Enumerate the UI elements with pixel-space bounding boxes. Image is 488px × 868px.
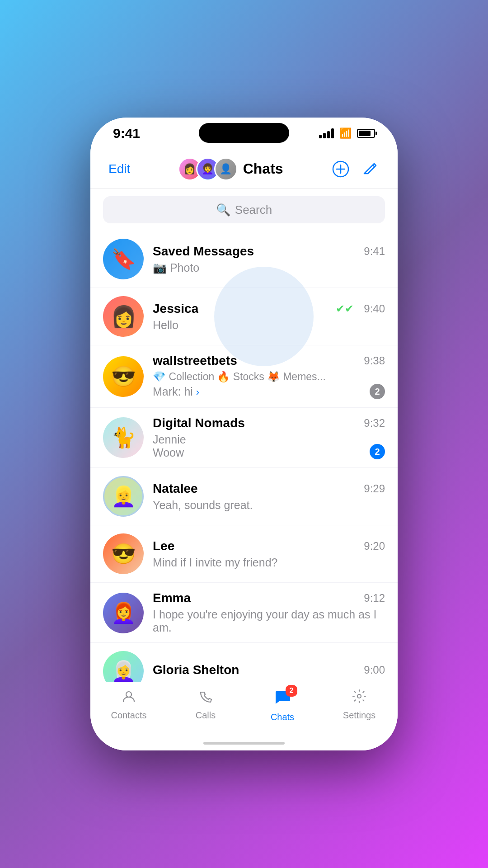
search-placeholder: Search <box>235 203 272 217</box>
chat-preview-emma: I hope you're enjoying your day as much … <box>153 608 385 634</box>
folder-stocks: 🔥 Stocks <box>217 371 264 383</box>
chat-preview-wsb2: Mark: hi › <box>153 385 365 398</box>
compose-button[interactable] <box>360 159 380 179</box>
chat-name-emma: Emma <box>153 591 191 605</box>
chat-preview-saved: 📷 Photo <box>153 261 385 274</box>
chat-time-gloria: 9:00 <box>364 664 385 676</box>
chat-time-lee: 9:20 <box>364 540 385 552</box>
calls-icon <box>198 689 213 708</box>
avatar-saved: 🔖 <box>103 239 144 279</box>
chat-content-lee: Lee 9:20 Mind if I invite my friend? <box>153 539 385 569</box>
chat-item-lee[interactable]: 😎 Lee 9:20 Mind if I invite my friend? <box>90 525 398 583</box>
chat-preview-jessica: Hello <box>153 319 385 332</box>
tab-settings[interactable]: Settings <box>330 689 389 721</box>
wifi-icon: 📶 <box>339 127 352 139</box>
contacts-icon <box>121 689 136 708</box>
chat-name-saved: Saved Messages <box>153 244 254 259</box>
chat-time-natalee: 9:29 <box>364 482 385 495</box>
chat-preview-natalee: Yeah, sounds great. <box>153 499 385 512</box>
home-indicator <box>90 736 398 750</box>
chat-content-jessica: Jessica ✔✔ 9:40 Hello <box>153 302 385 332</box>
chat-content-nomads: Digital Nomads 9:32 Jennie Woow 2 <box>153 416 385 459</box>
chat-item-saved[interactable]: 🔖 Saved Messages 9:41 📷 Photo <box>90 231 398 288</box>
signal-icon <box>319 128 334 138</box>
tab-chats-label: Chats <box>271 712 294 722</box>
chat-name-wsb: wallstreetbets <box>153 354 237 368</box>
chat-item-wsb[interactable]: 😎 wallstreetbets 9:38 💎 Collection 🔥 Sto… <box>90 345 398 408</box>
chat-item-nomads[interactable]: 🐈 Digital Nomads 9:32 Jennie Woow 2 <box>90 408 398 468</box>
tab-bar: Contacts Calls 2 Chats <box>90 682 398 736</box>
double-check-icon: ✔✔ <box>336 302 354 315</box>
avatar-lee: 😎 <box>103 533 144 574</box>
nav-bar: Edit 👩 👩‍🦱 👤 Chats <box>90 149 398 189</box>
tab-contacts-label: Contacts <box>111 710 147 721</box>
chat-time-emma: 9:12 <box>364 592 385 604</box>
chat-content-wsb: wallstreetbets 9:38 💎 Collection 🔥 Stock… <box>153 354 385 399</box>
avatar-gloria: 👩‍🦳 <box>103 651 144 682</box>
chat-list: 🔖 Saved Messages 9:41 📷 Photo 👩 Jessica <box>90 231 398 682</box>
avatar-wsb: 😎 <box>103 356 144 397</box>
status-icons: 📶 <box>319 127 375 139</box>
chat-name-lee: Lee <box>153 539 174 553</box>
phone-shell: 9:41 📶 Edit 👩 👩‍🦱 <box>90 118 398 750</box>
avatar-natalee: 👱‍♀️ <box>103 476 144 517</box>
nav-center: 👩 👩‍🦱 👤 Chats <box>178 157 283 181</box>
badge-nomads: 2 <box>370 444 385 459</box>
tab-contacts[interactable]: Contacts <box>99 689 158 721</box>
chat-name-jessica: Jessica <box>153 302 198 316</box>
badge-wsb: 2 <box>370 384 385 399</box>
chat-name-natalee: Natalee <box>153 481 198 496</box>
tab-chats[interactable]: 2 Chats <box>253 689 312 722</box>
battery-icon <box>357 129 375 138</box>
chat-time-nomads: 9:32 <box>364 417 385 429</box>
chat-item-jessica[interactable]: 👩 Jessica ✔✔ 9:40 Hello <box>90 288 398 345</box>
chat-preview-nomads2: Woow <box>153 446 186 459</box>
tab-settings-label: Settings <box>343 710 375 721</box>
avatar-nomads: 🐈 <box>103 417 144 458</box>
folder-memes: 🦊 Memes... <box>267 371 326 383</box>
folder-collection: 💎 Collection <box>153 371 214 383</box>
tab-calls[interactable]: Calls <box>176 689 235 721</box>
avatar-emma: 👩‍🦰 <box>103 593 144 633</box>
story-avatars[interactable]: 👩 👩‍🦱 👤 <box>178 157 238 181</box>
add-chat-button[interactable] <box>331 159 351 179</box>
settings-icon <box>352 689 367 708</box>
edit-button[interactable]: Edit <box>108 162 130 176</box>
chat-content-saved: Saved Messages 9:41 📷 Photo <box>153 244 385 274</box>
svg-point-3 <box>126 692 131 697</box>
avatar-jessica: 👩 <box>103 296 144 337</box>
chat-time-saved: 9:41 <box>364 245 385 258</box>
chat-time-wsb: 9:38 <box>364 354 385 367</box>
status-time: 9:41 <box>113 126 140 141</box>
chat-preview-lee: Mind if I invite my friend? <box>153 556 385 569</box>
chat-name-gloria: Gloria Shelton <box>153 663 239 677</box>
home-bar <box>203 742 285 745</box>
chat-time-jessica: 9:40 <box>364 302 385 315</box>
bookmark-icon: 🔖 <box>111 247 136 271</box>
chat-content-emma: Emma 9:12 I hope you're enjoying your da… <box>153 591 385 634</box>
page-title: Chats <box>243 160 283 177</box>
search-icon: 🔍 <box>216 203 230 217</box>
svg-point-4 <box>357 694 361 698</box>
chats-icon: 2 <box>274 689 291 709</box>
chat-item-gloria[interactable]: 👩‍🦳 Gloria Shelton 9:00 <box>90 643 398 682</box>
chat-name-nomads: Digital Nomads <box>153 416 245 430</box>
nav-actions <box>331 159 380 179</box>
chat-content-gloria: Gloria Shelton 9:00 <box>153 663 385 680</box>
chat-content-natalee: Natalee 9:29 Yeah, sounds great. <box>153 481 385 512</box>
search-bar-wrap: 🔍 Search <box>90 189 398 231</box>
dynamic-island <box>199 123 289 143</box>
search-bar[interactable]: 🔍 Search <box>103 196 385 223</box>
story-avatar-3[interactable]: 👤 <box>214 157 238 181</box>
tab-calls-label: Calls <box>196 710 216 721</box>
chats-badge: 2 <box>286 685 297 697</box>
chat-item-natalee[interactable]: 👱‍♀️ Natalee 9:29 Yeah, sounds great. <box>90 468 398 525</box>
status-bar: 9:41 📶 <box>90 118 398 149</box>
chat-preview-nomads1: Jennie <box>153 433 186 446</box>
chat-item-emma[interactable]: 👩‍🦰 Emma 9:12 I hope you're enjoying you… <box>90 583 398 643</box>
